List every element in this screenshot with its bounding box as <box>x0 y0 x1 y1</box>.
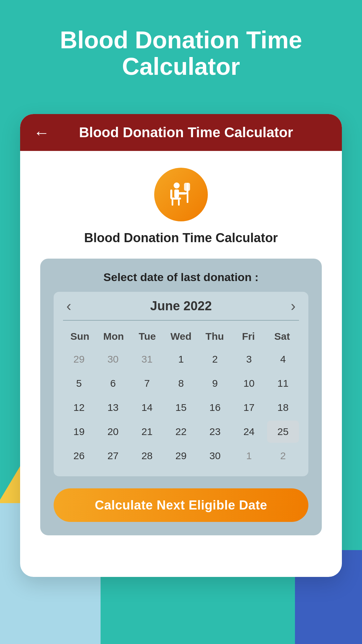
cal-day[interactable]: 5 <box>63 372 95 394</box>
cal-day[interactable]: 1 <box>165 348 197 370</box>
cal-day[interactable]: 10 <box>233 372 265 394</box>
main-card: ← Blood Donation Time Calculator <box>20 114 342 577</box>
cal-day[interactable]: 9 <box>199 372 231 394</box>
cal-day[interactable]: 11 <box>267 372 299 394</box>
page-title: Blood Donation Time Calculator <box>0 27 362 80</box>
day-headers: Sun Mon Tue Wed Thu Fri Sat <box>63 327 299 345</box>
prev-month-button[interactable]: ‹ <box>66 299 71 313</box>
day-header-sat: Sat <box>265 327 299 345</box>
svg-rect-6 <box>178 200 180 206</box>
cal-day[interactable]: 27 <box>97 445 129 467</box>
day-header-mon: Mon <box>97 327 131 345</box>
day-header-sun: Sun <box>63 327 97 345</box>
card-content: Blood Donation Time Calculator Select da… <box>20 151 342 549</box>
cal-day[interactable]: 30 <box>97 348 129 370</box>
cal-day[interactable]: 19 <box>63 421 95 443</box>
cal-day[interactable]: 4 <box>267 348 299 370</box>
cal-day[interactable]: 24 <box>233 421 265 443</box>
cal-day[interactable]: 6 <box>97 372 129 394</box>
calendar-box: ‹ June 2022 › Sun Mon Tue Wed Thu Fri Sa… <box>54 292 308 476</box>
calendar-section: Select date of last donation : ‹ June 20… <box>40 259 322 535</box>
sub-title: Blood Donation Time Calculator <box>84 231 278 245</box>
svg-rect-8 <box>184 183 190 191</box>
cal-day[interactable]: 23 <box>199 421 231 443</box>
svg-rect-2 <box>179 192 186 195</box>
cal-day[interactable]: 29 <box>165 445 197 467</box>
cal-day[interactable]: 7 <box>131 372 163 394</box>
cal-day[interactable]: 13 <box>97 396 129 419</box>
cal-day[interactable]: 15 <box>165 396 197 419</box>
cal-day[interactable]: 29 <box>63 348 95 370</box>
cal-day[interactable]: 31 <box>131 348 163 370</box>
cal-day[interactable]: 16 <box>199 396 231 419</box>
donation-icon-circle <box>154 168 208 221</box>
day-header-thu: Thu <box>198 327 232 345</box>
cal-day[interactable]: 2 <box>267 445 299 467</box>
blood-donation-icon <box>166 179 196 210</box>
day-header-tue: Tue <box>130 327 164 345</box>
cal-day[interactable]: 2 <box>199 348 231 370</box>
calendar-days: 29 30 31 1 2 3 4 5 6 7 8 9 10 11 12 <box>63 348 299 467</box>
cal-day[interactable]: 8 <box>165 372 197 394</box>
cal-day[interactable]: 22 <box>165 421 197 443</box>
day-header-wed: Wed <box>164 327 198 345</box>
cal-day[interactable]: 26 <box>63 445 95 467</box>
svg-rect-1 <box>174 190 179 198</box>
next-month-button[interactable]: › <box>291 299 296 313</box>
svg-point-0 <box>174 182 180 189</box>
cal-day-selected[interactable]: 25 <box>267 421 299 443</box>
cal-day[interactable]: 12 <box>63 396 95 419</box>
day-header-fri: Fri <box>232 327 265 345</box>
calculate-button[interactable]: Calculate Next Eligible Date <box>54 488 308 522</box>
card-header-title: Blood Donation Time Calculator <box>60 124 328 141</box>
cal-day[interactable]: 1 <box>233 445 265 467</box>
cal-day[interactable]: 18 <box>267 396 299 419</box>
cal-day[interactable]: 14 <box>131 396 163 419</box>
svg-rect-4 <box>170 190 172 199</box>
cal-day[interactable]: 28 <box>131 445 163 467</box>
month-year-label: June 2022 <box>150 299 212 313</box>
card-header: ← Blood Donation Time Calculator <box>20 114 342 151</box>
calendar-divider <box>63 320 299 321</box>
cal-day[interactable]: 3 <box>233 348 265 370</box>
month-nav: ‹ June 2022 › <box>63 299 299 313</box>
cal-day[interactable]: 17 <box>233 396 265 419</box>
cal-day[interactable]: 30 <box>199 445 231 467</box>
cal-day[interactable]: 21 <box>131 421 163 443</box>
back-button[interactable]: ← <box>34 123 50 142</box>
cal-day[interactable]: 20 <box>97 421 129 443</box>
svg-rect-5 <box>172 200 173 206</box>
svg-rect-3 <box>171 198 181 200</box>
calendar-label: Select date of last donation : <box>54 271 308 284</box>
